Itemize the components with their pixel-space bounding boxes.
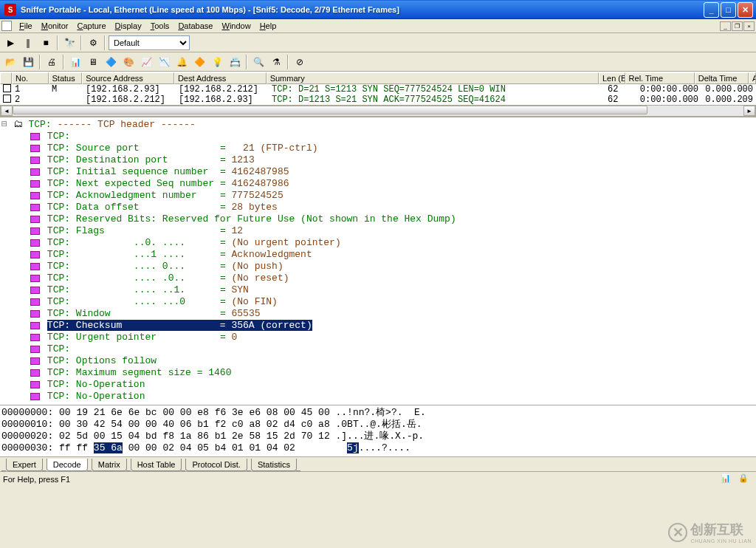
- menu-tools[interactable]: Tools: [146, 21, 174, 31]
- menu-capture[interactable]: Capture: [72, 21, 110, 31]
- decode-line[interactable]: TCP: Source port = 21 (FTP-ctrl): [1, 143, 755, 154]
- window-maximize-button[interactable]: □: [721, 2, 736, 18]
- hex-line[interactable]: 00000030: ff ff 35 6a 00 00 02 04 05 b4 …: [1, 442, 755, 454]
- profile-combo[interactable]: Default: [109, 35, 190, 50]
- packet-grid-body: 1M[192.168.2.93][192.168.2.212]TCP: D=21…: [0, 84, 756, 105]
- menu-file[interactable]: File: [15, 21, 37, 31]
- grid-hscroll[interactable]: ◄ ►: [0, 105, 756, 117]
- window-titlebar: S Sniffer Portable - Local, Ethernet (Li…: [0, 0, 756, 19]
- decode-line[interactable]: TCP: Next expected Seq number = 41624879…: [1, 178, 755, 190]
- decode-line[interactable]: TCP:: [1, 131, 755, 143]
- decode-line[interactable]: TCP: Initial sequence number = 416248798…: [1, 166, 755, 178]
- status-text: For Help, press F1: [3, 475, 718, 484]
- mdi-minimize-button[interactable]: _: [720, 21, 731, 31]
- col-status[interactable]: Status: [49, 72, 83, 84]
- hex-pane[interactable]: 00000000: 00 19 21 6e 6e bc 00 00 e8 f6 …: [0, 405, 756, 456]
- decode-line[interactable]: TCP: .... 0... = (No push): [1, 261, 755, 273]
- status-icon-b: 🔒: [738, 473, 750, 485]
- matrix2-icon[interactable]: 🔶: [191, 54, 207, 70]
- addr-icon[interactable]: 📇: [227, 54, 243, 70]
- decode-line[interactable]: TCP: Options follow: [1, 355, 755, 367]
- host-icon[interactable]: 🖥: [85, 54, 101, 70]
- toolbar-main: 📂 💾 🖨 📊 🖥 🔷 🎨 📈 📉 🔔 🔶 💡 📇 🔍 ⚗ ⊘: [0, 52, 756, 72]
- menu-help[interactable]: Help: [255, 21, 281, 31]
- binoculars-icon[interactable]: 🔭: [61, 35, 78, 51]
- smart-icon[interactable]: 💡: [209, 54, 225, 70]
- protocol-icon[interactable]: 📈: [138, 54, 154, 70]
- watermark-logo-icon: ✕: [668, 523, 687, 542]
- play-button[interactable]: ▶: [2, 35, 18, 51]
- mdi-restore-button[interactable]: ❐: [732, 21, 743, 31]
- cancel-icon[interactable]: ⊘: [292, 54, 308, 70]
- open-button[interactable]: 📂: [2, 54, 18, 70]
- menu-window[interactable]: Window: [217, 21, 255, 31]
- decode-line[interactable]: TCP: No-Operation: [1, 379, 755, 391]
- hex-line[interactable]: 00000020: 02 5d 00 15 04 bd f8 1a 86 b1 …: [1, 431, 755, 442]
- col-rel[interactable]: Rel. Time: [625, 72, 695, 84]
- table-row[interactable]: 2[192.168.2.212][192.168.2.93]TCP: D=121…: [0, 95, 756, 105]
- display-icon[interactable]: 🔍: [250, 54, 267, 70]
- status-icon-a: 📊: [721, 473, 732, 485]
- decode-line[interactable]: TCP: ..0. .... = (No urgent pointer): [1, 237, 755, 249]
- dashboard-icon[interactable]: 📊: [67, 54, 83, 70]
- decode-line[interactable]: TCP: Maximum segment size = 1460: [1, 367, 755, 379]
- decode-line[interactable]: TCP: Acknowledgment number = 777524525: [1, 190, 755, 202]
- menu-display[interactable]: Display: [111, 21, 146, 31]
- packet-grid-header: No. Status Source Address Dest Address S…: [0, 72, 756, 84]
- decode-line[interactable]: TCP: Checksum = 356A (correct): [1, 320, 755, 332]
- app-icon: S: [4, 4, 16, 16]
- alarm-icon[interactable]: 🔔: [173, 54, 190, 70]
- col-abs[interactable]: Abs. Time: [749, 72, 756, 84]
- decode-line[interactable]: TCP: Reserved Bits: Reserved for Future …: [1, 213, 755, 225]
- window-close-button[interactable]: ✕: [738, 2, 753, 18]
- table-row[interactable]: 1M[192.168.2.93][192.168.2.212]TCP: D=21…: [0, 84, 756, 95]
- view-tabs: ExpertDecodeMatrixHost TableProtocol Dis…: [0, 456, 756, 471]
- tab-host-table[interactable]: Host Table: [131, 459, 182, 471]
- col-len[interactable]: Len (B: [599, 72, 625, 84]
- tab-statistics[interactable]: Statistics: [251, 459, 297, 471]
- menu-database[interactable]: Database: [173, 21, 217, 31]
- decode-line[interactable]: TCP: .... ..1. = SYN: [1, 284, 755, 296]
- window-minimize-button[interactable]: _: [704, 2, 719, 18]
- watermark: ✕ 创新互联 CHUANG XIN HU LIAN: [668, 521, 752, 544]
- hex-line[interactable]: 00000000: 00 19 21 6e 6e bc 00 00 e8 f6 …: [1, 407, 755, 419]
- tab-matrix[interactable]: Matrix: [92, 459, 127, 471]
- hex-line[interactable]: 00000010: 00 30 42 54 00 00 40 06 b1 f2 …: [1, 419, 755, 431]
- decode-line[interactable]: TCP: Data offset = 28 bytes: [1, 202, 755, 213]
- col-summary[interactable]: Summary: [267, 72, 599, 84]
- history-icon[interactable]: 📉: [156, 54, 172, 70]
- save-button[interactable]: 💾: [20, 54, 36, 70]
- decode-line[interactable]: TCP: .... ...0 = (No FIN): [1, 296, 755, 308]
- menu-monitor[interactable]: Monitor: [37, 21, 73, 31]
- decode-line[interactable]: TCP: Urgent pointer = 0: [1, 332, 755, 343]
- document-icon: [1, 21, 12, 31]
- decode-line[interactable]: TCP: No-Operation: [1, 391, 755, 403]
- scroll-right-icon[interactable]: ►: [743, 106, 755, 116]
- stop-button[interactable]: ■: [38, 35, 54, 51]
- decode-pane[interactable]: ⊟ 🗂 TCP: ------ TCP header ------ TCP: T…: [0, 117, 756, 405]
- matrix-icon[interactable]: 🔷: [103, 54, 119, 70]
- decode-line[interactable]: TCP:: [1, 343, 755, 355]
- art-icon[interactable]: 🎨: [120, 54, 137, 70]
- decode-line[interactable]: TCP: ...1 .... = Acknowledgment: [1, 249, 755, 261]
- scroll-left-icon[interactable]: ◄: [1, 106, 13, 116]
- col-no[interactable]: No.: [12, 72, 49, 84]
- decode-line[interactable]: TCP: Destination port = 1213: [1, 154, 755, 166]
- mdi-close-button[interactable]: ×: [743, 21, 755, 31]
- col-delta[interactable]: Delta Time: [695, 72, 749, 84]
- col-src[interactable]: Source Address: [82, 72, 174, 84]
- tab-protocol-dist-[interactable]: Protocol Dist.: [185, 459, 247, 471]
- print-button[interactable]: 🖨: [44, 54, 60, 70]
- decode-line[interactable]: TCP: Window = 65535: [1, 308, 755, 320]
- decode-line[interactable]: ⊟ 🗂 TCP: ------ TCP header ------: [1, 119, 755, 131]
- pause-button[interactable]: ‖: [20, 35, 36, 51]
- decode-line[interactable]: TCP: .... .0.. = (No reset): [1, 273, 755, 284]
- col-dest[interactable]: Dest Address: [174, 72, 267, 84]
- statusbar: For Help, press F1 📊 🔒: [0, 471, 756, 486]
- toolbar-capture: ▶ ‖ ■ 🔭 ⚙ Default: [0, 33, 756, 52]
- settings-button[interactable]: ⚙: [85, 35, 101, 51]
- tab-expert[interactable]: Expert: [6, 459, 43, 471]
- tab-decode[interactable]: Decode: [47, 459, 88, 471]
- filter-icon[interactable]: ⚗: [268, 54, 284, 70]
- decode-line[interactable]: TCP: Flags = 12: [1, 225, 755, 237]
